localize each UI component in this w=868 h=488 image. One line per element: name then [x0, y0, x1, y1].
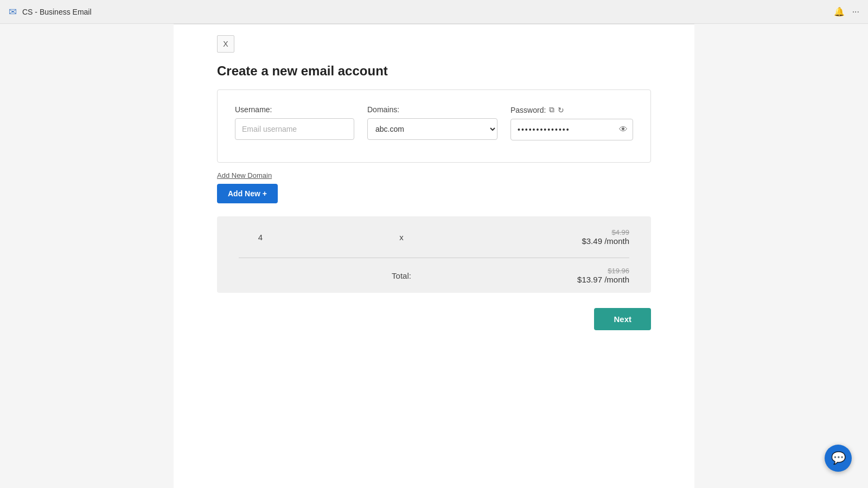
more-icon[interactable]: ···	[852, 7, 859, 17]
domains-select[interactable]: abc.com	[367, 118, 497, 140]
topbar: ✉ CS - Business Email 🔔 ···	[0, 0, 868, 24]
pricing-price: $4.99 $3.49 /month	[521, 228, 629, 246]
pricing-total-label: Total:	[282, 271, 521, 280]
password-group: Password: ⧉ ↻ 👁	[510, 105, 633, 140]
username-label: Username:	[235, 105, 354, 114]
password-wrapper: 👁	[510, 119, 633, 140]
next-btn-area: Next	[217, 308, 651, 330]
copy-icon[interactable]: ⧉	[549, 105, 554, 114]
close-button[interactable]: X	[217, 35, 234, 53]
pricing-quantity: 4	[239, 233, 282, 242]
page-title: Create a new email account	[174, 58, 694, 89]
form-card: Username: Domains: abc.com Password: ⧉ ↻	[217, 89, 651, 163]
pricing-current-price: $3.49 /month	[521, 236, 629, 246]
domains-group: Domains: abc.com	[367, 105, 497, 140]
pricing-total-price: $19.96 $13.97 /month	[521, 267, 629, 284]
eye-icon[interactable]: 👁	[619, 125, 628, 134]
pricing-original-price: $4.99	[521, 228, 629, 236]
domains-label: Domains:	[367, 105, 497, 114]
form-row: Username: Domains: abc.com Password: ⧉ ↻	[235, 105, 633, 140]
add-new-button[interactable]: Add New +	[217, 184, 278, 203]
pricing-separator: x	[282, 233, 521, 242]
email-icon: ✉	[9, 6, 17, 18]
password-label: Password:	[510, 106, 546, 114]
bell-icon[interactable]: 🔔	[834, 7, 845, 17]
pricing-total-original: $19.96	[521, 267, 629, 275]
topbar-title: CS - Business Email	[22, 8, 92, 16]
topbar-left: ✉ CS - Business Email	[9, 6, 92, 18]
password-label-row: Password: ⧉ ↻	[510, 105, 633, 114]
pricing-items-row: 4 x $4.99 $3.49 /month	[228, 216, 640, 258]
pricing-table: 4 x $4.99 $3.49 /month Total: $19.96 $13…	[217, 216, 651, 293]
topbar-right: 🔔 ···	[834, 7, 859, 17]
pricing-total-row: Total: $19.96 $13.97 /month	[228, 258, 640, 293]
next-button[interactable]: Next	[594, 308, 651, 330]
username-group: Username:	[235, 105, 354, 140]
close-btn-area: X	[174, 24, 694, 58]
password-input[interactable]	[510, 119, 633, 140]
refresh-icon[interactable]: ↻	[558, 106, 564, 114]
pricing-total-current: $13.97 /month	[521, 275, 629, 284]
main-content: X Create a new email account Username: D…	[174, 24, 694, 488]
username-input[interactable]	[235, 118, 354, 140]
chat-bubble[interactable]: 💬	[825, 445, 852, 472]
add-domain-link[interactable]: Add New Domain	[217, 171, 651, 179]
